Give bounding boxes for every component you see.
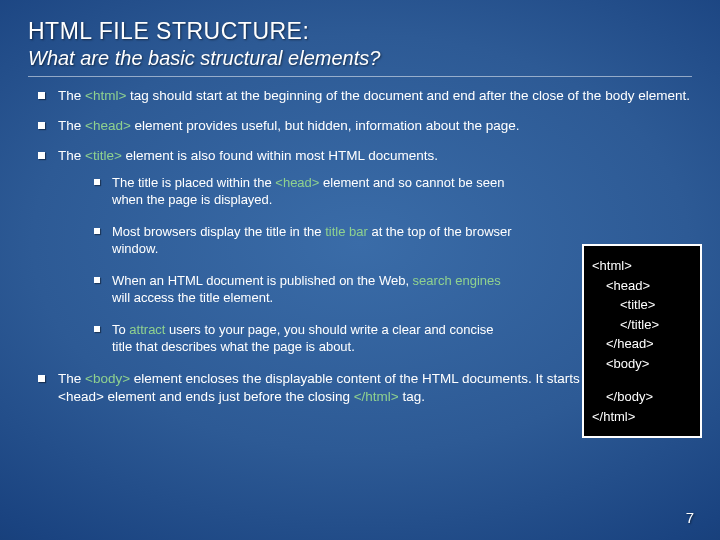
- code-tag: <head>: [85, 118, 131, 133]
- slide-container: HTML FILE STRUCTURE: What are the basic …: [0, 0, 720, 540]
- code-example-box: <html> <head> <title></title> </head> <b…: [582, 244, 702, 438]
- code-tag: <body>: [85, 371, 130, 386]
- slide-subtitle: What are the basic structural elements?: [28, 47, 692, 70]
- sub-bullet-titlebar: Most browsers display the title in the t…: [90, 223, 512, 258]
- bullet-head: The <head> element provides useful, but …: [32, 117, 692, 135]
- sub-bullet-attract: To attract users to your page, you shoul…: [90, 321, 512, 356]
- code-line: <head>: [592, 276, 692, 296]
- sub-bullet-search: When an HTML document is published on th…: [90, 272, 512, 307]
- code-tag: <title>: [85, 148, 122, 163]
- code-line: </body>: [592, 387, 692, 407]
- divider: [28, 76, 692, 77]
- code-line: </head>: [592, 334, 692, 354]
- bullet-html: The <html> tag should start at the begin…: [32, 87, 692, 105]
- highlight-term: search engines: [413, 273, 501, 288]
- highlight-term: attract: [129, 322, 165, 337]
- code-line: </html>: [592, 407, 692, 427]
- code-blank-line: [592, 373, 692, 387]
- code-tag: <head>: [275, 175, 319, 190]
- highlight-term: title bar: [325, 224, 368, 239]
- code-line: <body>: [592, 354, 692, 374]
- code-line: <title></title>: [592, 295, 692, 334]
- slide-title: HTML FILE STRUCTURE:: [28, 18, 692, 45]
- code-tag: </html>: [354, 389, 399, 404]
- page-number: 7: [686, 509, 694, 526]
- sub-bullet-head: The title is placed within the <head> el…: [90, 174, 512, 209]
- code-tag: <html>: [85, 88, 126, 103]
- code-line: <html>: [592, 256, 692, 276]
